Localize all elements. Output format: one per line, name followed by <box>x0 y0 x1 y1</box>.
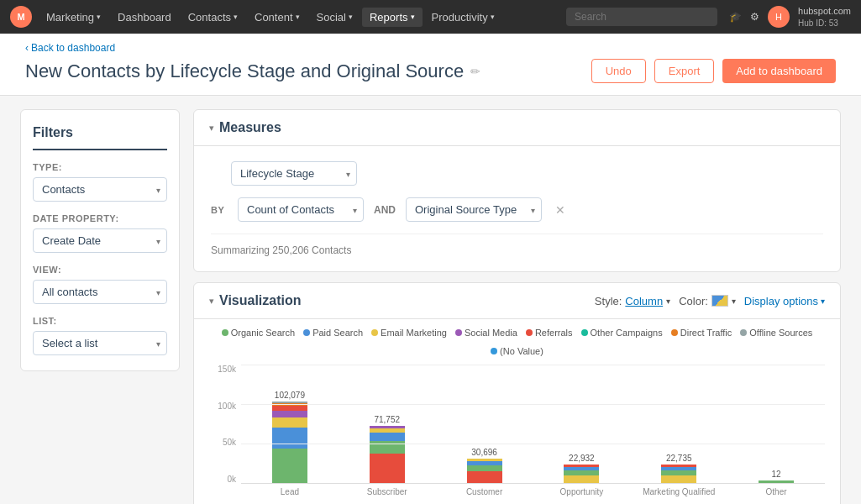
bar-value-other: 12 <box>771 470 780 479</box>
type-filter-label: TYPE: <box>33 162 167 172</box>
display-options-arrow-icon: ▾ <box>821 297 825 306</box>
nav-item-social[interactable]: Social▾ <box>309 8 360 27</box>
back-arrow-icon: ‹ <box>25 42 29 54</box>
sidebar-filters: Filters TYPE: Contacts ▾ DATE PROPERTY: … <box>20 109 180 371</box>
count-select[interactable]: Count of Contacts <box>238 197 364 222</box>
by-label: BY <box>211 205 228 215</box>
x-label-mql: Marketing Qualified <box>633 487 724 496</box>
type-select-wrapper: Contacts ▾ <box>33 177 167 202</box>
chart-legend: Organic Search Paid Search Email Marketi… <box>209 328 825 356</box>
style-control: Style: Column ▾ <box>595 295 670 307</box>
header-actions: Undo Export Add to dashboard <box>591 59 836 83</box>
nav-item-contacts[interactable]: Contacts▾ <box>181 8 245 27</box>
chart-body: Organic Search Paid Search Email Marketi… <box>194 319 840 504</box>
style-label: Style: <box>595 295 622 307</box>
nav-item-reports[interactable]: Reports▾ <box>362 8 423 27</box>
bar-group-mql: 22,735 <box>633 365 724 483</box>
x-label-other: Other <box>731 487 822 496</box>
bar-value-customer: 30,696 <box>471 448 497 457</box>
count-select-wrapper: Count of Contacts ▾ <box>238 197 364 222</box>
avatar[interactable]: H <box>768 6 790 28</box>
settings-icon[interactable]: ⚙ <box>750 11 759 23</box>
nav-item-marketing[interactable]: Marketing▾ <box>39 8 108 27</box>
x-label-lead: Lead <box>244 487 335 496</box>
legend-item-offline: Offline Sources <box>740 328 812 338</box>
organic-dot <box>222 329 228 336</box>
bar-stack-opportunity <box>564 465 599 483</box>
export-button[interactable]: Export <box>654 59 715 83</box>
style-dropdown-icon[interactable]: ▾ <box>666 297 670 306</box>
paid-dot <box>303 329 310 336</box>
list-select[interactable]: Select a list <box>33 331 167 355</box>
bar-value-mql: 22,735 <box>666 454 692 463</box>
nav-item-content[interactable]: Content▾ <box>247 8 307 27</box>
style-value[interactable]: Column <box>625 295 663 307</box>
back-link[interactable]: ‹ Back to dashboard <box>25 42 836 54</box>
page-title: New Contacts by Lifecycle Stage and Orig… <box>25 60 480 82</box>
source-select[interactable]: Original Source Type <box>406 197 542 222</box>
x-axis: Lead Subscriber Customer Opportunity Mar… <box>241 487 825 496</box>
legend-item-referrals: Referrals <box>526 328 573 338</box>
hubspot-info: hubspot.com Hub ID: 53 <box>798 5 851 28</box>
y-axis: 150k 100k 50k 0k <box>209 365 241 499</box>
bar-stack-customer <box>467 459 502 483</box>
nav-item-dashboard[interactable]: Dashboard <box>110 8 179 27</box>
referrals-dot <box>526 329 533 336</box>
and-label: AND <box>374 204 396 216</box>
summary-text: Summarizing 250,206 Contacts <box>211 234 823 256</box>
bar-value-lead: 102,079 <box>275 391 305 400</box>
source-select-wrapper: Original Source Type ▾ <box>406 197 542 222</box>
x-label-subscriber: Subscriber <box>342 487 433 496</box>
remove-source-button[interactable]: ✕ <box>552 202 569 218</box>
top-nav: M Marketing▾ Dashboard Contacts▾ Content… <box>0 0 861 34</box>
bar-value-opportunity: 22,932 <box>569 454 595 463</box>
other-campaigns-dot <box>581 329 588 336</box>
search-input[interactable] <box>566 8 717 26</box>
color-swatch[interactable] <box>711 295 728 307</box>
legend-item-paid: Paid Search <box>303 328 363 338</box>
legend-item-email: Email Marketing <box>371 328 447 338</box>
bars-container: 102,079 <box>241 365 825 484</box>
lifecycle-select-wrapper: Lifecycle Stage ▾ <box>231 161 357 186</box>
x-label-customer: Customer <box>439 487 530 496</box>
legend-item-novalue: (No Value) <box>491 346 543 356</box>
view-filter-label: VIEW: <box>33 265 167 275</box>
edit-title-icon[interactable]: ✏ <box>470 65 480 78</box>
direct-dot <box>671 329 678 336</box>
nav-logo: M <box>10 6 32 28</box>
page-header: ‹ Back to dashboard New Contacts by Life… <box>0 34 861 96</box>
academy-icon[interactable]: 🎓 <box>729 11 742 23</box>
viz-controls: Style: Column ▾ Color: ▾ Display options… <box>595 295 825 307</box>
visualization-title: Visualization <box>219 293 595 308</box>
legend-item-organic: Organic Search <box>222 328 295 338</box>
offline-dot <box>740 329 747 336</box>
type-select[interactable]: Contacts <box>33 177 167 202</box>
measures-header[interactable]: ▾ Measures <box>194 110 840 146</box>
social-dot <box>455 329 462 336</box>
date-select[interactable]: Create Date <box>33 228 167 253</box>
date-select-wrapper: Create Date ▾ <box>33 228 167 253</box>
view-select[interactable]: All contacts <box>33 280 167 304</box>
novalue-dot <box>491 348 497 354</box>
add-to-dashboard-button[interactable]: Add to dashboard <box>722 59 836 83</box>
view-select-wrapper: All contacts ▾ <box>33 280 167 304</box>
legend-item-direct: Direct Traffic <box>671 328 732 338</box>
bar-group-customer: 30,696 <box>439 365 530 483</box>
color-dropdown-icon[interactable]: ▾ <box>732 297 736 306</box>
undo-button[interactable]: Undo <box>591 59 646 83</box>
bar-stack-mql <box>661 465 696 483</box>
bar-value-subscriber: 71,752 <box>374 415 400 424</box>
measures-collapse-icon: ▾ <box>209 123 214 134</box>
bar-group-other: 12 <box>731 365 822 483</box>
measures-section: ▾ Measures Lifecycle Stage ▾ BY <box>193 109 841 272</box>
display-options-button[interactable]: Display options ▾ <box>744 295 825 307</box>
lifecycle-select[interactable]: Lifecycle Stage <box>231 161 357 186</box>
bar-group-opportunity: 22,932 <box>536 365 627 483</box>
nav-item-productivity[interactable]: Productivity▾ <box>424 8 502 27</box>
measures-title: Measures <box>219 120 281 135</box>
bar-group-lead: 102,079 <box>244 365 335 483</box>
viz-collapse-icon[interactable]: ▾ <box>209 296 214 307</box>
bar-stack-subscriber <box>370 426 405 483</box>
visualization-section: ▾ Visualization Style: Column ▾ Color: ▾… <box>193 282 841 504</box>
measures-body: Lifecycle Stage ▾ BY Count of Contacts ▾… <box>194 146 840 271</box>
